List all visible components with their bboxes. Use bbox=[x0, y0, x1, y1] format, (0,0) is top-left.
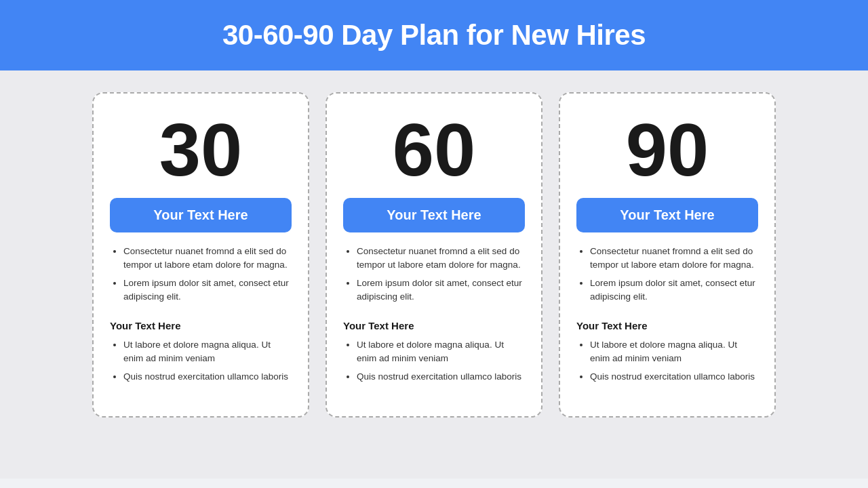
card-60-list2: Ut labore et dolore magna aliqua. Ut eni… bbox=[343, 338, 525, 388]
card-90-list2: Ut labore et dolore magna aliqua. Ut eni… bbox=[576, 338, 758, 388]
card-60-button[interactable]: Your Text Here bbox=[343, 198, 525, 232]
header: 30-60-90 Day Plan for New Hires bbox=[0, 0, 868, 70]
card-90-sub-heading: Your Text Here bbox=[576, 320, 758, 331]
list-item: Ut labore et dolore magna aliqua. Ut eni… bbox=[590, 338, 758, 366]
card-30-sub-heading: Your Text Here bbox=[110, 320, 292, 331]
card-30-number: 30 bbox=[110, 113, 292, 187]
page-title: 30-60-90 Day Plan for New Hires bbox=[14, 19, 854, 52]
list-item: Consectetur nuanet fromnd a elit sed do … bbox=[357, 245, 525, 272]
card-30-list1: Consectetur nuanet fromnd a elit sed do … bbox=[110, 245, 292, 308]
card-90-list1: Consectetur nuanet fromnd a elit sed do … bbox=[576, 245, 758, 308]
list-item: Consectetur nuanet fromnd a elit sed do … bbox=[123, 245, 292, 272]
list-item: Lorem ipsum dolor sit amet, consect etur… bbox=[123, 277, 292, 304]
card-90-button[interactable]: Your Text Here bbox=[576, 198, 758, 232]
card-30-button[interactable]: Your Text Here bbox=[110, 198, 292, 232]
list-item: Consectetur nuanet fromnd a elit sed do … bbox=[590, 245, 758, 272]
card-90: 90 Your Text Here Consectetur nuanet fro… bbox=[559, 92, 776, 418]
card-60-sub-heading: Your Text Here bbox=[343, 320, 525, 331]
list-item: Lorem ipsum dolor sit amet, consect etur… bbox=[357, 277, 525, 304]
list-item: Quis nostrud exercitation ullamco labori… bbox=[590, 370, 758, 384]
card-60-number: 60 bbox=[343, 113, 525, 187]
list-item: Quis nostrud exercitation ullamco labori… bbox=[357, 370, 525, 384]
list-item: Ut labore et dolore magna aliqua. Ut eni… bbox=[123, 338, 292, 366]
list-item: Ut labore et dolore magna aliqua. Ut eni… bbox=[357, 338, 525, 366]
card-30: 30 Your Text Here Consectetur nuanet fro… bbox=[92, 92, 309, 418]
list-item: Quis nostrud exercitation ullamco labori… bbox=[123, 370, 292, 384]
card-60: 60 Your Text Here Consectetur nuanet fro… bbox=[326, 92, 542, 418]
card-30-list2: Ut labore et dolore magna aliqua. Ut eni… bbox=[110, 338, 292, 388]
card-60-list1: Consectetur nuanet fromnd a elit sed do … bbox=[343, 245, 525, 308]
list-item: Lorem ipsum dolor sit amet, consect etur… bbox=[590, 277, 758, 304]
card-90-number: 90 bbox=[576, 113, 758, 187]
main-content: 30 Your Text Here Consectetur nuanet fro… bbox=[0, 70, 868, 479]
